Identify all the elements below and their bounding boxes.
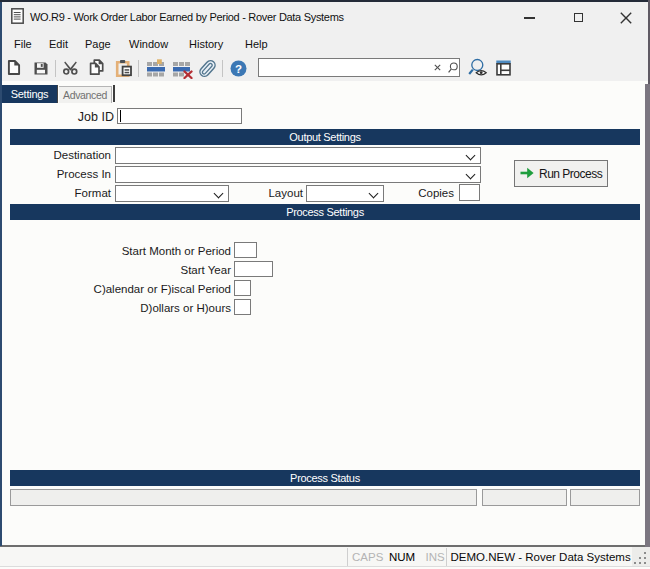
svg-text:?: ? — [234, 62, 241, 74]
